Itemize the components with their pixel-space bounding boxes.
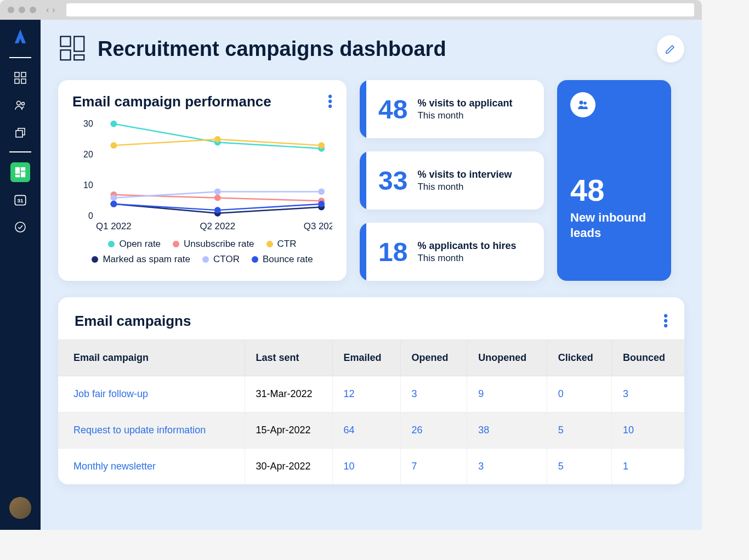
legend-item[interactable]: Open rate [108, 239, 161, 250]
sidebar-item-calendar[interactable]: 31 [10, 190, 30, 210]
legend-label: Marked as spam rate [103, 254, 190, 265]
svg-rect-16 [61, 50, 71, 60]
minimize-window-icon[interactable] [19, 7, 25, 13]
stat-sublabel: This month [417, 110, 512, 121]
sidebar-divider [9, 57, 31, 58]
legend-item[interactable]: Unsubscribe rate [173, 239, 254, 250]
legend-label: Open rate [119, 239, 161, 250]
svg-rect-8 [21, 167, 25, 171]
bounced-cell[interactable]: 10 [612, 412, 684, 449]
chart-more-button[interactable]: ••• [328, 94, 332, 109]
table-title: Email campaigns [75, 313, 663, 330]
chart-card: Email campaign performance ••• 0102030Q1… [58, 80, 347, 281]
edit-button[interactable] [657, 35, 684, 63]
svg-point-33 [318, 142, 325, 149]
table-more-button[interactable]: ••• [663, 314, 668, 328]
svg-point-41 [214, 207, 221, 213]
sidebar-item-copy[interactable] [10, 123, 30, 143]
clicked-cell[interactable]: 0 [547, 376, 611, 412]
back-icon[interactable]: ‹ [46, 5, 49, 15]
chart-title: Email campaign performance [72, 93, 328, 110]
stat-text: % visits to interviewThis month [417, 169, 512, 193]
table-column-header[interactable]: Email campaign [58, 340, 245, 376]
opened-cell[interactable]: 3 [400, 376, 467, 412]
table-column-header[interactable]: Emailed [332, 340, 400, 376]
table-column-header[interactable]: Clicked [547, 340, 611, 376]
campaign-name-link[interactable]: Job fair follow-up [58, 376, 245, 412]
svg-point-32 [214, 136, 221, 143]
svg-rect-6 [16, 131, 22, 137]
sidebar-item-people[interactable] [10, 95, 30, 115]
emailed-cell[interactable]: 10 [332, 449, 400, 485]
stat-label: % visits to applicant [417, 98, 512, 109]
legend-dot-icon [92, 256, 98, 263]
sidebar-item-board-active[interactable] [10, 162, 30, 182]
legend-item[interactable]: CTOR [202, 254, 240, 265]
svg-rect-3 [21, 79, 26, 83]
svg-point-13 [15, 222, 25, 232]
user-avatar[interactable] [9, 497, 31, 519]
unopened-cell[interactable]: 9 [467, 376, 547, 412]
svg-point-40 [110, 201, 117, 207]
table-row: Request to update information15-Apr-2022… [58, 412, 684, 449]
emailed-cell[interactable]: 64 [332, 412, 400, 449]
app-logo-icon [11, 27, 30, 46]
svg-rect-10 [15, 175, 20, 178]
svg-rect-15 [74, 37, 84, 52]
stat-value: 48 [378, 94, 407, 125]
legend-dot-icon [173, 241, 179, 247]
stats-column: 48% visits to applicantThis month33% vis… [360, 80, 544, 281]
url-bar[interactable] [66, 3, 694, 16]
campaigns-table-card: Email campaigns ••• Email campaignLast s… [58, 297, 684, 484]
opened-cell[interactable]: 26 [400, 412, 467, 449]
campaign-name-link[interactable]: Monthly newsletter [58, 449, 245, 485]
campaigns-table: Email campaignLast sentEmailedOpenedUnop… [58, 340, 684, 484]
sidebar-item-dashboard[interactable] [10, 68, 30, 88]
svg-text:30: 30 [83, 119, 93, 128]
maximize-window-icon[interactable] [30, 7, 36, 13]
legend-dot-icon [108, 241, 115, 247]
clicked-cell[interactable]: 5 [547, 412, 611, 449]
dashboard-header-icon [58, 34, 88, 64]
stat-card: 48% visits to applicantThis month [360, 80, 544, 138]
top-widgets-row: Email campaign performance ••• 0102030Q1… [58, 80, 684, 281]
table-column-header[interactable]: Bounced [612, 340, 684, 376]
stat-label: % applicants to hires [417, 240, 516, 252]
stat-value: 18 [378, 237, 407, 267]
bounced-cell[interactable]: 3 [612, 376, 684, 412]
svg-point-4 [17, 101, 21, 105]
bounced-cell[interactable]: 1 [612, 449, 684, 485]
forward-icon[interactable]: › [52, 5, 55, 15]
stat-sublabel: This month [417, 253, 516, 264]
legend-item[interactable]: Marked as spam rate [92, 254, 190, 265]
table-column-header[interactable]: Last sent [245, 340, 332, 376]
check-circle-icon [14, 220, 27, 234]
stat-label: % visits to interview [417, 169, 512, 180]
table-row: Monthly newsletter30-Apr-2022107351 [58, 449, 684, 485]
svg-rect-14 [61, 37, 71, 47]
legend-item[interactable]: CTR [266, 239, 297, 250]
page-title: Recruitment campaigns dashboard [98, 37, 647, 61]
legend-dot-icon [202, 256, 209, 263]
table-column-header[interactable]: Opened [400, 340, 467, 376]
table-column-header[interactable]: Unopened [467, 340, 547, 376]
emailed-cell[interactable]: 12 [332, 376, 400, 412]
stat-text: % visits to applicantThis month [417, 98, 512, 121]
stat-value: 33 [378, 166, 407, 196]
svg-point-38 [214, 188, 221, 195]
opened-cell[interactable]: 7 [400, 449, 467, 485]
calendar-icon: 31 [13, 193, 27, 207]
leads-label: New inbound leads [570, 210, 658, 240]
stat-text: % applicants to hiresThis month [417, 240, 516, 264]
unopened-cell[interactable]: 38 [467, 412, 547, 449]
svg-rect-7 [15, 167, 20, 174]
unopened-cell[interactable]: 3 [467, 449, 547, 485]
legend-dot-icon [252, 256, 258, 263]
svg-point-29 [214, 195, 221, 201]
clicked-cell[interactable]: 5 [547, 449, 611, 485]
legend-item[interactable]: Bounce rate [252, 254, 313, 265]
sidebar-item-check[interactable] [10, 217, 30, 237]
svg-text:0: 0 [88, 211, 93, 220]
close-window-icon[interactable] [8, 7, 14, 13]
campaign-name-link[interactable]: Request to update information [58, 412, 245, 449]
